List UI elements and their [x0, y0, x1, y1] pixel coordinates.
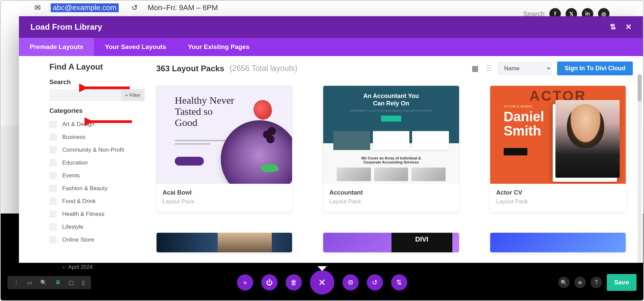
layout-card[interactable]: Healthy Never Tasted so Good Acai Bowl L… — [156, 85, 292, 212]
modal-header: Load From Library ⇅ ✕ — [19, 16, 643, 38]
checkbox-icon[interactable] — [49, 146, 57, 154]
category-label: Fashion & Beauty — [62, 185, 108, 192]
sidebar-heading: Find A Layout — [25, 62, 145, 72]
category-label: Food & Drink — [62, 198, 96, 205]
checkbox-icon[interactable] — [49, 133, 57, 141]
zoom-icon[interactable]: 🔍 — [40, 279, 47, 286]
layout-card[interactable]: An Accountant You Can Rely On Pellentesq… — [323, 85, 459, 212]
close-icon[interactable]: ✕ — [625, 23, 631, 31]
device-preview-group: ⋮ ▭ 🔍 🖥 ▢ ▯ — [7, 276, 91, 289]
power-button[interactable]: ⏻ — [261, 274, 278, 291]
category-item[interactable]: Community & Non-Profit — [49, 144, 145, 156]
category-label: Events — [62, 172, 80, 179]
mail-icon: ✉ — [34, 3, 41, 12]
filter-sidebar: Find A Layout Search + Filter Categories… — [19, 56, 154, 263]
modal-title: Load From Library — [30, 22, 102, 32]
add-filter-button[interactable]: + Filter — [121, 89, 145, 101]
category-item[interactable]: Lifestyle — [49, 221, 145, 233]
list-view-icon[interactable]: ☰ — [485, 64, 492, 73]
library-modal: Load From Library ⇅ ✕ Premade Layouts Yo… — [19, 16, 643, 263]
checkbox-icon[interactable] — [49, 121, 57, 128]
sort-toggle-icon[interactable]: ⇅ — [610, 23, 616, 31]
layout-thumbnail: An Accountant You Can Rely On Pellentesq… — [323, 86, 459, 184]
category-item[interactable]: Art & Design — [49, 118, 145, 131]
scrollbar-track[interactable] — [638, 74, 642, 263]
total-layouts: (2656 Total layouts) — [230, 64, 297, 73]
modal-tabs: Premade Layouts Your Saved Layouts Your … — [19, 38, 643, 56]
checkbox-icon[interactable] — [49, 198, 57, 205]
thumb-subhead: We Cover an Array of Individual & Corpor… — [323, 150, 459, 168]
checkbox-icon[interactable] — [49, 223, 57, 231]
search-label: Search — [25, 78, 145, 86]
footer-link[interactable]: April 2024 — [68, 264, 643, 270]
close-builder-button[interactable]: ✕ — [310, 270, 334, 295]
category-item[interactable]: Business — [49, 131, 145, 144]
layers-icon[interactable]: ≋ — [574, 277, 586, 288]
checkbox-icon[interactable] — [49, 185, 57, 192]
category-item[interactable]: Food & Drink — [49, 195, 145, 208]
layout-grid-area: 363 Layout Packs (2656 Total layouts) ▦ … — [154, 56, 643, 263]
trash-button[interactable]: 🗑 — [286, 274, 302, 291]
thumb-name: Daniel Smith — [504, 109, 544, 138]
save-button[interactable]: Save — [607, 274, 637, 291]
add-button[interactable]: ＋ — [237, 274, 253, 291]
pack-count: 363 Layout Packs — [156, 64, 224, 73]
tab-premade-layouts[interactable]: Premade Layouts — [19, 38, 94, 56]
tab-existing-pages[interactable]: Your Existing Pages — [177, 38, 260, 56]
signin-divi-cloud-button[interactable]: Sign In To Divi Cloud — [557, 61, 633, 75]
tab-saved-layouts[interactable]: Your Saved Layouts — [94, 38, 177, 56]
thumb-headline: Healthy Never Tasted so Good — [175, 95, 234, 128]
category-label: Business — [62, 134, 86, 141]
category-item[interactable]: Online Store — [49, 233, 145, 246]
settings-button[interactable]: ⚙ — [342, 274, 359, 291]
layout-card[interactable] — [156, 232, 292, 253]
desktop-view-icon[interactable]: 🖥 — [55, 279, 61, 285]
category-label: Lifestyle — [62, 224, 83, 230]
layout-thumbnail: ACTOR ACTOR & MODEL Daniel Smith — [490, 86, 626, 184]
category-item[interactable]: Events — [49, 169, 145, 182]
builder-bottom-bar: ⋮ ▭ 🔍 🖥 ▢ ▯ ＋ ⏻ 🗑 ✕ ⚙ ↺ ⇅ 🔍 ≋ ? Save — [1, 271, 643, 294]
layout-subtitle: Layout Pack — [329, 198, 453, 205]
grid-view-icon[interactable]: ▦ — [472, 64, 479, 73]
site-hours: Mon–Fri: 9AM – 6PM — [148, 3, 218, 12]
category-label: Art & Design — [62, 121, 94, 128]
layout-search-input[interactable] — [49, 89, 122, 101]
layout-title: Accountant — [329, 189, 453, 196]
phone-view-icon[interactable]: ▯ — [82, 279, 85, 286]
site-email: abc@example.com — [51, 3, 119, 12]
checkbox-icon[interactable] — [49, 236, 57, 244]
help-icon[interactable]: ? — [591, 277, 602, 288]
layout-subtitle: Layout Pack — [496, 198, 620, 205]
scrollbar-thumb[interactable] — [638, 74, 642, 101]
history-button[interactable]: ↺ — [367, 274, 383, 291]
search-icon[interactable]: 🔍 — [558, 277, 570, 288]
layout-title: Actor CV — [496, 189, 620, 196]
category-label: Health & Fitness — [62, 211, 104, 218]
category-list: Art & Design Business Community & Non-Pr… — [25, 118, 145, 246]
category-label: Education — [62, 159, 88, 166]
more-icon[interactable]: ⋮ — [14, 279, 19, 286]
layout-card[interactable] — [490, 232, 626, 253]
layout-subtitle: Layout Pack — [163, 198, 286, 205]
wireframe-icon[interactable]: ▭ — [27, 279, 32, 286]
categories-label: Categories — [25, 107, 145, 115]
sort-select[interactable]: Name — [498, 62, 552, 75]
category-item[interactable]: Health & Fitness — [49, 208, 145, 221]
category-item[interactable]: Fashion & Beauty — [49, 182, 145, 195]
thumb-pretitle: ACTOR & MODEL — [504, 105, 533, 108]
layout-card[interactable]: DIVI — [323, 232, 459, 253]
thumb-headline: An Accountant You Can Rely On — [333, 93, 449, 107]
category-label: Online Store — [62, 236, 94, 243]
site-topbar: ✉ abc@example.com ↺ Mon–Fri: 9AM – 6PM S… — [1, 1, 643, 15]
layout-card[interactable]: ACTOR ACTOR & MODEL Daniel Smith Actor C… — [490, 85, 626, 212]
category-item[interactable]: Education — [49, 156, 145, 169]
sort-button[interactable]: ⇅ — [391, 274, 407, 291]
layout-title: Acai Bowl — [163, 189, 286, 196]
checkbox-icon[interactable] — [49, 159, 57, 167]
clock-icon: ↺ — [132, 3, 138, 12]
checkbox-icon[interactable] — [49, 172, 57, 179]
category-label: Community & Non-Profit — [62, 147, 124, 153]
tablet-view-icon[interactable]: ▢ — [69, 279, 74, 286]
checkbox-icon[interactable] — [49, 210, 57, 218]
layout-thumbnail: Healthy Never Tasted so Good — [157, 86, 292, 184]
